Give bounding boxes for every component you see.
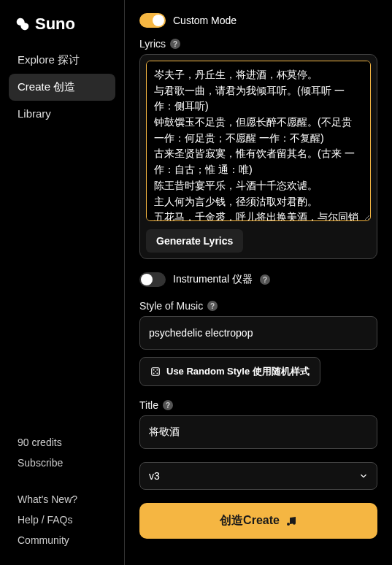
help-icon[interactable]: ? bbox=[207, 301, 218, 311]
svg-point-6 bbox=[287, 523, 290, 526]
svg-point-2 bbox=[156, 369, 158, 371]
logo-icon bbox=[15, 16, 31, 32]
brand-name: Suno bbox=[35, 15, 75, 34]
help-icon[interactable]: ? bbox=[163, 400, 173, 410]
svg-point-3 bbox=[155, 371, 156, 372]
svg-point-4 bbox=[153, 372, 155, 374]
instrumental-label: Instrumental 仪器 bbox=[173, 273, 253, 286]
subscribe-link[interactable]: Subscribe bbox=[9, 453, 115, 473]
sidebar-item-explore[interactable]: Explore 探讨 bbox=[9, 47, 115, 74]
title-label: Title bbox=[139, 399, 158, 411]
credits-text: 90 credits bbox=[9, 432, 115, 453]
random-style-button[interactable]: Use Random Style 使用随机样式 bbox=[139, 357, 320, 386]
svg-point-1 bbox=[153, 369, 155, 371]
footer-whats-new[interactable]: What's New? bbox=[9, 489, 115, 510]
logo: Suno bbox=[9, 15, 115, 47]
svg-point-5 bbox=[156, 372, 158, 374]
lyrics-input[interactable] bbox=[146, 61, 371, 221]
help-icon[interactable]: ? bbox=[170, 39, 180, 49]
custom-mode-label: Custom Mode bbox=[173, 15, 237, 26]
lyrics-container: Generate Lyrics bbox=[139, 54, 377, 259]
lyrics-label: Lyrics bbox=[139, 38, 166, 50]
title-input[interactable] bbox=[139, 415, 377, 449]
style-input[interactable] bbox=[139, 316, 377, 350]
help-icon[interactable]: ? bbox=[260, 274, 270, 285]
custom-mode-toggle[interactable] bbox=[139, 13, 166, 28]
create-button[interactable]: 创造Create bbox=[139, 503, 377, 539]
version-select[interactable]: v3 bbox=[139, 462, 377, 490]
svg-point-7 bbox=[293, 521, 296, 524]
sidebar-item-create[interactable]: Create 创造 bbox=[9, 74, 115, 101]
instrumental-toggle[interactable] bbox=[139, 272, 166, 287]
sidebar-item-library[interactable]: Library bbox=[9, 101, 115, 126]
dice-icon bbox=[150, 366, 161, 377]
generate-lyrics-button[interactable]: Generate Lyrics bbox=[146, 229, 243, 253]
footer-community[interactable]: Community bbox=[9, 530, 115, 550]
style-label: Style of Music bbox=[139, 300, 203, 312]
music-note-icon bbox=[285, 515, 297, 527]
footer-help[interactable]: Help / FAQs bbox=[9, 510, 115, 530]
